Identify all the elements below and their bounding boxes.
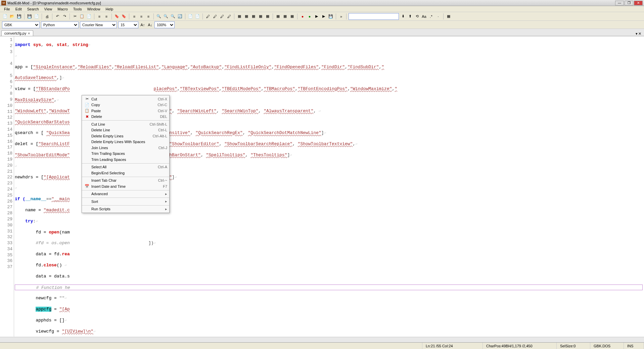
zoom-select[interactable]: 100% <box>154 21 175 28</box>
cm-trim-trailing[interactable]: Trim Trailing Spaces <box>82 151 169 157</box>
cm-trim-leading[interactable]: Trim Leading Spaces <box>82 157 169 163</box>
line-number: 32 <box>0 234 14 240</box>
quick-search-input[interactable] <box>349 13 399 20</box>
highlight-clear2-icon[interactable]: 🖊 <box>219 13 225 19</box>
play-all-icon[interactable]: ▶ <box>321 13 327 19</box>
view-mode5-icon[interactable]: ▦ <box>265 13 271 19</box>
outdent-icon[interactable]: ≡ <box>103 13 109 19</box>
highlight-clear-icon[interactable]: 🖊 <box>212 13 218 19</box>
cm-copy[interactable]: 📄CopyCtrl-C <box>82 102 169 108</box>
tab-close-icon[interactable]: ✕ <box>28 32 30 35</box>
tab-close-all-icon[interactable]: ✕ <box>638 32 641 36</box>
menu-view[interactable]: View <box>42 7 55 11</box>
cm-cut-line[interactable]: Cut LineCtrl-Shift-L <box>82 121 169 127</box>
editor-area[interactable]: 1 2 3 4 5 6 7 8 9 10 11 12 13 14 15 16 1… <box>0 36 644 337</box>
font-select[interactable]: Courier New <box>80 21 117 28</box>
cm-select-all[interactable]: Select AllCtrl-A <box>82 164 169 170</box>
open-file-icon[interactable]: 📂 <box>9 13 15 19</box>
line-number: 8 <box>0 91 14 97</box>
cm-paste[interactable]: 📋PasteCtrl-V <box>82 108 169 114</box>
search-case-icon[interactable]: Aa <box>421 13 427 19</box>
view-mode3-icon[interactable]: ▦ <box>250 13 257 19</box>
menu-help[interactable]: Help <box>103 7 116 11</box>
view-mode4-icon[interactable]: ▦ <box>258 13 264 19</box>
search-opt1-icon[interactable]: ⟲ <box>414 13 420 19</box>
grid-icon[interactable]: ▦ <box>275 13 281 19</box>
copy-icon[interactable]: 📋 <box>79 13 85 19</box>
cm-delete-empty-lines[interactable]: Delete Empty LinesCtrl-Alt-L <box>82 133 169 139</box>
cm-delete-line[interactable]: Delete LineCtrl-L <box>82 127 169 133</box>
grid3-icon[interactable]: ▦ <box>289 13 295 19</box>
find-icon[interactable]: 🔍 <box>156 13 162 19</box>
bookmark-clear-icon[interactable]: 🔖 <box>121 13 127 19</box>
find-next-icon[interactable]: 🔍 <box>163 13 169 19</box>
search-down-icon[interactable]: ⬇ <box>400 13 406 19</box>
cm-insert-datetime[interactable]: 📅Insert Date and TimeF7 <box>82 183 169 189</box>
undo-icon[interactable]: ↶ <box>54 13 60 19</box>
align-left-icon[interactable]: ≡ <box>131 13 137 19</box>
highlight-clear3-icon[interactable]: 🖊 <box>226 13 232 19</box>
menu-window[interactable]: Window <box>84 7 103 11</box>
new-file-icon[interactable]: 📄 <box>2 13 8 19</box>
align-right-icon[interactable]: ≡ <box>145 13 151 19</box>
menu-edit[interactable]: Edit <box>13 7 25 11</box>
search-up-icon[interactable]: ⬆ <box>407 13 413 19</box>
view-mode1-icon[interactable]: ▦ <box>236 13 242 19</box>
close-file-icon[interactable]: 📄 <box>34 13 40 19</box>
save-all-icon[interactable]: 💾 <box>27 13 33 19</box>
play-icon[interactable]: ▶ <box>314 13 320 19</box>
cm-delete-empty-lines-spaces[interactable]: Delete Empty Lines With Spaces <box>82 139 169 145</box>
lexer-select[interactable]: Python <box>41 21 79 28</box>
menu-macro[interactable]: Macro <box>55 7 71 11</box>
paste-icon[interactable]: 📄 <box>86 13 92 19</box>
font-inc-icon[interactable]: A↑ <box>140 22 146 28</box>
line-number: 35 <box>0 252 14 258</box>
line-number: 30 <box>0 222 14 228</box>
align-center-icon[interactable]: ≡ <box>138 13 144 19</box>
toolbar-more-icon[interactable]: » <box>338 13 344 19</box>
line-number: 36 <box>0 258 14 264</box>
cm-begin-end-selecting[interactable]: Begin/End Selecting <box>82 170 169 176</box>
encoding-select[interactable]: GBK <box>2 21 40 28</box>
minimize-button[interactable]: — <box>615 1 624 5</box>
search-regex-icon[interactable]: .* <box>428 13 434 19</box>
redo-icon[interactable]: ↷ <box>61 13 67 19</box>
tab-dropdown-icon[interactable]: ▾ <box>636 32 638 36</box>
fontsize-select[interactable]: 15 <box>118 21 138 28</box>
highlight-red-icon[interactable]: 🖊 <box>205 13 211 19</box>
menu-file[interactable]: File <box>1 7 13 11</box>
save-file-icon[interactable]: 💾 <box>16 13 22 19</box>
doc-plus-icon[interactable]: 📄 <box>194 13 200 19</box>
line-number: 10 <box>0 103 14 109</box>
search-opt2-icon[interactable]: · <box>435 13 441 19</box>
macro-save-icon[interactable]: 💾 <box>328 13 334 19</box>
menu-search[interactable]: Search <box>25 7 42 11</box>
bookmark-icon[interactable]: 🔖 <box>114 13 120 19</box>
menu-tools[interactable]: Tools <box>71 7 85 11</box>
horizontal-scrollbar[interactable] <box>0 337 644 342</box>
close-button[interactable]: ✕ <box>634 1 643 5</box>
indent-icon[interactable]: ≡ <box>96 13 102 19</box>
maximize-button[interactable]: ❐ <box>625 1 633 5</box>
cm-cut[interactable]: ✂CutCtrl-X <box>82 96 169 102</box>
cm-delete[interactable]: ✖DeleteDEL <box>82 114 169 120</box>
font-dec-icon[interactable]: A↓ <box>147 22 153 28</box>
print-icon[interactable]: 🖨 <box>44 13 50 19</box>
cm-join-lines[interactable]: Join LinesCtrl-J <box>82 145 169 151</box>
cm-run-scripts[interactable]: Run Scripts▸ <box>82 206 169 212</box>
cut-icon[interactable]: ✂ <box>72 13 78 19</box>
replace-icon[interactable]: 🔄 <box>177 13 183 19</box>
grid2-icon[interactable]: ▦ <box>282 13 288 19</box>
view-mode2-icon[interactable]: ▦ <box>243 13 249 19</box>
doc-icon[interactable]: 📄 <box>187 13 193 19</box>
line-number: 21 <box>0 169 14 175</box>
tab-active[interactable]: convertcfg.py ✕ <box>1 30 33 36</box>
toolbar-end-icon[interactable]: ▦ <box>446 13 452 19</box>
cm-sort[interactable]: Sort▸ <box>82 199 169 205</box>
cm-insert-tab[interactable]: Insert Tab CharCtrl-~ <box>82 178 169 184</box>
line-number: 24 <box>0 186 14 192</box>
record-icon[interactable]: ● <box>300 13 306 19</box>
find-prev-icon[interactable]: 🔍 <box>170 13 176 19</box>
cm-advanced[interactable]: Advanced▸ <box>82 191 169 197</box>
stop-icon[interactable]: ● <box>307 13 313 19</box>
